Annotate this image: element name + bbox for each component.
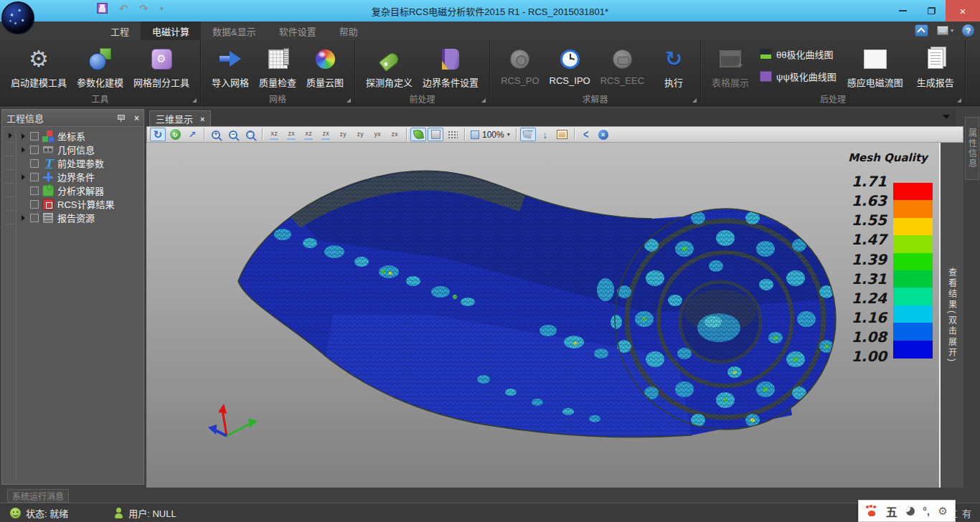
view-orientation-button[interactable]: zx: [318, 128, 334, 141]
table-display-button[interactable]: 表格展示: [707, 44, 754, 90]
tree-item-rcs-results[interactable]: RCS计算结果: [18, 197, 142, 211]
view-orientation-button[interactable]: zy: [352, 128, 368, 141]
tree-item-boundary-conditions[interactable]: 边界条件: [18, 170, 142, 184]
parametric-modeling-button[interactable]: 参数化建模: [72, 44, 128, 90]
orbit-button[interactable]: ↻: [167, 128, 183, 141]
view-orientation-button[interactable]: zx: [283, 128, 299, 141]
tree-item-solver[interactable]: 分析求解器: [18, 184, 142, 197]
root-expander-icon[interactable]: [9, 133, 12, 138]
theta-polarization-curve-button[interactable]: θθ极化曲线图: [760, 47, 837, 61]
generate-report-button[interactable]: 生成报告: [912, 44, 959, 90]
checkbox[interactable]: [30, 146, 39, 154]
induced-current-map-button[interactable]: 感应电磁流图: [842, 44, 908, 90]
probe-angle-button[interactable]: 探测角定义: [361, 44, 418, 90]
ime-mode-label[interactable]: 五: [886, 503, 897, 520]
clip-plane-button[interactable]: [520, 128, 536, 141]
rcs-ipo-button[interactable]: RCS_IPO: [545, 44, 595, 87]
points-render-button[interactable]: [445, 128, 461, 141]
mesh-partition-tool-button[interactable]: ⚙ 网格剖分工具: [128, 44, 194, 90]
property-info-tab[interactable]: 属性信息: [965, 117, 979, 180]
zoom-window-button[interactable]: □: [242, 128, 258, 141]
view-results-bar[interactable]: 查看结果(双击展开): [941, 143, 963, 488]
checkbox[interactable]: [30, 159, 39, 168]
dialog-launcher-icon[interactable]: [692, 98, 697, 103]
undo-icon[interactable]: ↶: [119, 3, 128, 14]
quality-check-button[interactable]: 质量检查: [254, 44, 301, 90]
pan-button[interactable]: ↗: [184, 128, 200, 141]
menu-tab-help[interactable]: 帮助: [328, 22, 369, 40]
snapshot-button[interactable]: [555, 128, 570, 141]
quick-access-caret-icon[interactable]: ▾: [160, 5, 164, 12]
tree-item-coordinate-system[interactable]: 坐标系: [18, 129, 142, 143]
psi-polarization-curve-button[interactable]: ψψ极化曲线图: [760, 70, 837, 83]
rcs-eec-button[interactable]: RCS_EEC: [595, 44, 649, 87]
system-messages-tab[interactable]: 系统运行消息: [7, 489, 69, 503]
restore-button[interactable]: [917, 0, 946, 22]
tree-item-preprocess-params[interactable]: 前处理参数: [18, 156, 142, 170]
expander-icon[interactable]: [22, 215, 25, 221]
ime-toolbar[interactable]: 五 °, ⚙: [858, 500, 956, 522]
collapse-ribbon-icon[interactable]: [915, 24, 928, 37]
zoom-out-button[interactable]: −: [225, 128, 241, 141]
boundary-condition-button[interactable]: 边界条件设置: [418, 44, 484, 90]
view-orientation-button[interactable]: xz: [301, 128, 316, 141]
zoom-level-combo[interactable]: 100% ▾: [468, 130, 512, 140]
view-orientation-button[interactable]: xz: [266, 128, 282, 141]
checkbox[interactable]: [30, 200, 39, 209]
pin-icon[interactable]: [118, 115, 124, 122]
dialog-launcher-icon[interactable]: [347, 98, 351, 103]
checkbox[interactable]: [30, 132, 39, 141]
legend-band: [893, 218, 933, 236]
launch-modeling-tool-button[interactable]: ⚙ 启动建模工具: [6, 44, 72, 90]
window-title: 复杂目标RCS电磁分析软件2015 R1 - RCS_2015031801*: [372, 0, 608, 22]
ime-punctuation-toggle[interactable]: °,: [923, 506, 930, 517]
cancel-operation-button[interactable]: ×: [595, 128, 611, 141]
ribbon-group-solver: RCS_PO RCS_IPO RCS_EEC ↻ 执行 求解器: [490, 40, 701, 105]
menu-tab-project[interactable]: 工程: [99, 22, 141, 40]
view-orientation-button[interactable]: zy: [335, 128, 351, 141]
tab-close-icon[interactable]: ×: [200, 115, 204, 123]
dialog-launcher-icon[interactable]: [192, 98, 197, 103]
view-orientation-button[interactable]: zx: [387, 128, 402, 141]
ime-logo-paw-icon[interactable]: [866, 506, 877, 516]
import-mesh-button[interactable]: 导入网格: [207, 44, 254, 90]
checkbox[interactable]: [30, 214, 39, 222]
menu-tab-settings[interactable]: 软件设置: [268, 22, 328, 40]
status-smiley-icon: [10, 508, 21, 518]
ime-fullhalf-moon-icon[interactable]: [906, 507, 915, 516]
tab-list-caret-icon[interactable]: [943, 115, 950, 119]
minimize-button[interactable]: [888, 0, 917, 22]
dialog-launcher-icon[interactable]: [957, 98, 961, 103]
dialog-launcher-icon[interactable]: [481, 98, 486, 103]
help-icon[interactable]: ?: [962, 24, 974, 37]
close-button[interactable]: ×: [946, 0, 980, 22]
rcs-po-button[interactable]: RCS_PO: [496, 44, 544, 87]
checkbox[interactable]: [30, 173, 39, 181]
polarization-curve-stack: θθ极化曲线图 ψψ极化曲线图: [754, 44, 842, 83]
display-device-control[interactable]: ▾: [937, 26, 953, 35]
view-orientation-button[interactable]: yx: [369, 128, 385, 141]
wireframe-render-button[interactable]: [428, 128, 443, 141]
flow-share-button[interactable]: <: [578, 128, 594, 141]
expander-icon[interactable]: [22, 174, 25, 180]
ime-settings-gear-icon[interactable]: ⚙: [938, 506, 948, 516]
quality-cloud-button[interactable]: 质量云图: [301, 44, 349, 90]
3d-viewport[interactable]: Mesh Quality 1.71 1.63 1.55 1.47 1.39 1.…: [146, 143, 939, 488]
menu-tab-em-compute[interactable]: 电磁计算: [141, 22, 201, 40]
redo-icon[interactable]: ↷: [140, 3, 149, 14]
tree-item-report-resources[interactable]: 报告资源: [18, 211, 142, 224]
save-icon[interactable]: [97, 3, 108, 14]
execute-button[interactable]: ↻ 执行: [653, 44, 694, 90]
shaded-render-button[interactable]: [410, 128, 426, 141]
menu-tab-data-display[interactable]: 数据&显示: [201, 22, 268, 40]
tab-3d-display[interactable]: 三维显示 ×: [149, 110, 211, 126]
rotate-view-button[interactable]: ↻: [150, 128, 166, 141]
expander-icon[interactable]: [22, 147, 25, 153]
checkbox[interactable]: [30, 186, 39, 195]
tree-item-geometry-info[interactable]: 几何信息: [18, 143, 142, 156]
green-tag-icon: [378, 50, 400, 71]
drop-view-button[interactable]: ↓: [537, 128, 553, 141]
expander-icon[interactable]: [22, 133, 25, 139]
zoom-in-button[interactable]: +: [208, 128, 224, 141]
panel-close-icon[interactable]: ×: [134, 113, 139, 123]
